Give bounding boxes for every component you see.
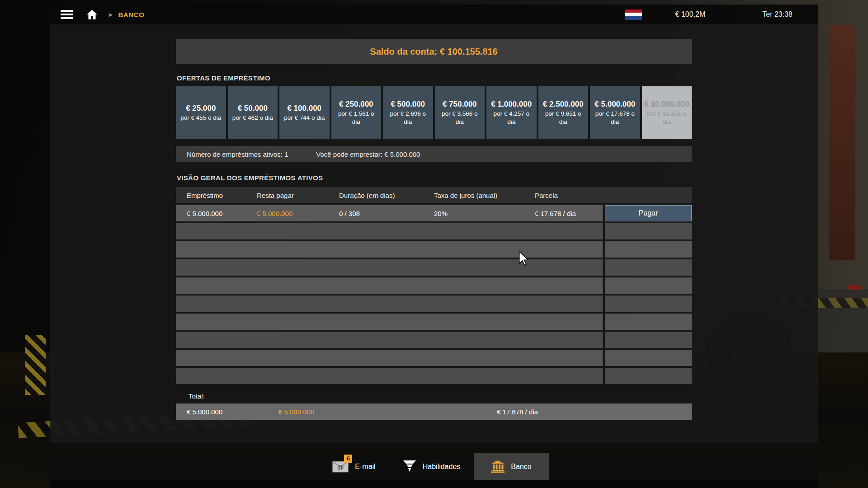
offer-amount: € 250.000 [339,99,373,109]
pay-button[interactable]: Pagar [605,205,692,221]
offer-amount: € 5.000.000 [594,99,635,109]
email-badge: 6 [344,455,352,463]
loan-row-empty [176,296,692,312]
loan-row-empty [176,277,692,294]
breadcrumb-arrow-icon: ▶ [109,12,113,18]
empty-action-cell [605,332,692,348]
account-balance: Saldo da conta: € 100.155.816 [370,47,497,57]
email-icon: @ 6 [332,460,349,473]
player-money: € 100,2M [675,10,706,19]
breadcrumb-banco[interactable]: BANCO [118,11,144,19]
loan-offer-100000[interactable]: € 100.000 por € 744 o dia [279,86,330,139]
game-time: Ter 23:38 [762,10,793,19]
total-row: € 5.000.000 € 5.000.000 € 17.678 / dia [176,404,692,420]
tab-group: @ 6 E-mail Habilidades [319,453,548,480]
empty-action-cell [605,223,692,239]
topbar: ▶ BANCO € 100,2M Ter 23:38 [50,5,818,24]
loan-interest: 20% [434,210,535,217]
loan-offer-50000[interactable]: € 50.000 por € 462 o dia [228,86,278,139]
tab-skills-label: Habilidades [423,463,461,471]
empty-cell [176,332,603,348]
loan-offer-2500000[interactable]: € 2.500.000 por € 9.651 o dia [538,86,589,139]
tab-email[interactable]: @ 6 E-mail [319,453,389,480]
empty-cell [176,259,603,276]
tab-bank[interactable]: Banco [474,453,548,480]
skills-icon [403,460,416,473]
offer-rate: por € 1.561 o dia [334,110,379,126]
garage-pillar [829,25,855,260]
loan-row-empty [176,368,692,384]
empty-action-cell [605,277,692,294]
loan-row-main: € 5.000.000 € 5.000.000 0 / 308 20% € 17… [176,205,603,221]
bank-icon [491,460,505,473]
menu-button[interactable] [61,10,73,19]
screen: ▶ BANCO € 100,2M Ter 23:38 Saldo da cont… [0,0,868,488]
empty-action-cell [605,296,692,312]
active-loans-title: VISÃO GERAL DOS EMPRÉSTIMOS ATIVOS [177,174,692,182]
loan-offer-10000000-disabled: € 10.000.000 por € 32.651 o dia [642,86,692,139]
home-icon [87,10,97,19]
loan-row-empty [176,314,692,330]
offer-amount: € 10.000.000 [644,99,689,109]
col-duracao: Duração (em dias) [339,192,434,199]
home-button[interactable] [87,10,97,19]
total-remaining: € 5.000.000 [278,408,314,416]
active-loans-count: Número de empréstimos ativos: 1 [187,150,288,158]
empty-cell [176,368,603,384]
tab-email-label: E-mail [355,463,375,471]
total-installment: € 17.678 / dia [497,408,538,416]
empty-action-cell [605,350,692,366]
netherlands-flag-icon [625,9,642,20]
loan-offer-5000000[interactable]: € 5.000.000 por € 17.678 o dia [590,86,640,139]
empty-cell [176,350,603,366]
loan-offer-250000[interactable]: € 250.000 por € 1.561 o dia [331,86,382,139]
loan-status-bar: Número de empréstimos ativos: 1 Você pod… [176,146,692,162]
loan-amount: € 5.000.000 [187,210,257,217]
tab-skills[interactable]: Habilidades [389,453,474,480]
loan-offer-750000[interactable]: € 750.000 por € 3.566 o dia [435,86,485,139]
col-taxa-juros: Taxa de juros (anual) [434,192,535,199]
offer-amount: € 750.000 [443,99,477,109]
empty-action-cell [605,259,692,276]
offer-amount: € 1.000.000 [491,99,532,109]
tab-bank-label: Banco [511,463,531,471]
bank-content: Saldo da conta: € 100.155.816 OFERTAS DE… [176,24,692,420]
col-emprestimo: Empréstimo [187,192,257,199]
offer-rate: por € 455 o dia [180,114,221,122]
svg-text:@: @ [337,463,344,471]
offer-rate: por € 32.651 o dia [644,110,690,126]
empty-cell [176,223,603,239]
offer-amount: € 100.000 [287,103,321,113]
borrow-capacity: Você pode emprestar: € 5.000.000 [316,150,420,158]
loan-offer-1000000[interactable]: € 1.000.000 por € 4.257 o dia [486,86,537,139]
col-resta-pagar: Resta pagar [257,192,339,199]
account-balance-bar: Saldo da conta: € 100.155.816 [176,39,692,64]
loan-offer-500000[interactable]: € 500.000 por € 2.696 o dia [383,86,433,139]
offer-rate: por € 462 o dia [232,114,273,122]
offer-rate: por € 9.651 o dia [541,110,586,126]
truck-taillight [848,285,861,290]
loan-duration: 0 / 308 [339,210,434,217]
total-loan: € 5.000.000 [187,408,222,416]
total-label: Total: [176,392,692,400]
loan-row-empty [176,241,692,258]
empty-action-cell [605,241,692,258]
bottom-strip [50,480,818,488]
offer-rate: por € 3.566 o dia [437,110,483,126]
offer-amount: € 2.500.000 [543,99,584,109]
tabbar: @ 6 E-mail Habilidades [50,453,818,480]
offer-rate: por € 2.696 o dia [385,110,431,126]
empty-cell [176,296,603,312]
loan-row-empty [176,350,692,366]
loan-installment: € 17.678 / dia [535,210,603,217]
loan-row-empty [176,259,692,276]
empty-action-cell [605,314,692,330]
loan-remaining: € 5.000.000 [257,210,339,217]
offer-rate: por € 744 o dia [284,114,325,122]
hamburger-icon [61,10,73,19]
offer-rate: por € 4.257 o dia [489,110,534,126]
loan-offers: € 25.000 por € 455 o dia € 50.000 por € … [176,86,692,139]
loan-offer-25000[interactable]: € 25.000 por € 455 o dia [176,86,226,139]
offer-amount: € 500.000 [391,99,425,109]
col-parcela: Parcela [535,192,692,199]
